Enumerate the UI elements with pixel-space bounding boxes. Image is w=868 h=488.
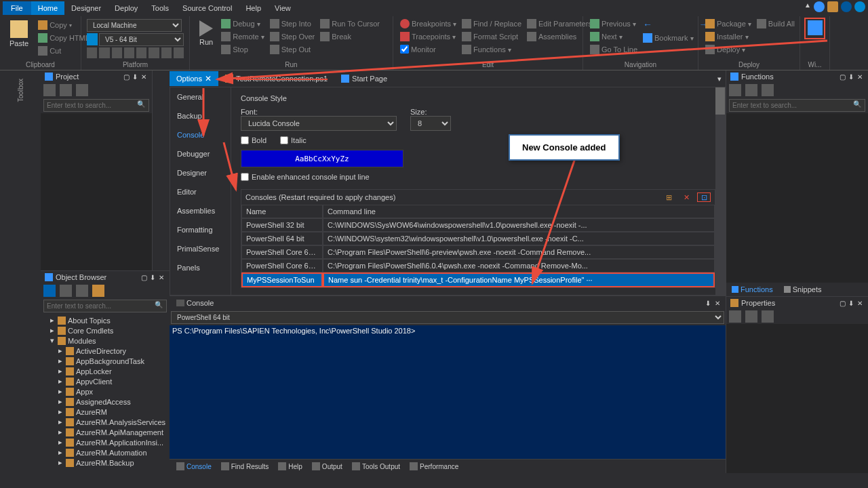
version-select[interactable]: V5 - 64 Bit: [99, 33, 184, 46]
bottom-tab[interactable]: Tools Output: [348, 461, 404, 472]
debug-button[interactable]: Debug ▾: [218, 18, 267, 30]
tree-node[interactable]: ▸AppvClient: [42, 376, 168, 386]
fn-tb-3[interactable]: [762, 84, 774, 96]
installer-button[interactable]: Installer ▾: [703, 30, 754, 43]
console-row-name[interactable]: MyPSSessionToSun: [241, 272, 323, 287]
close-icon[interactable]: ✕: [159, 274, 165, 281]
menu-designer[interactable]: Designer: [64, 1, 108, 15]
paste-button[interactable]: Paste: [4, 18, 34, 58]
tree-node[interactable]: ▸AzureRM.ApplicationInsi...: [42, 437, 168, 447]
ob-tb-4[interactable]: [92, 285, 104, 297]
tree-node[interactable]: ▸AzureRM.Backup: [42, 458, 168, 468]
bottom-tab[interactable]: Output: [308, 461, 347, 472]
optnav-primalsense[interactable]: PrimalSense: [170, 239, 231, 258]
remote-button[interactable]: Remote ▾: [218, 30, 267, 43]
menu-tools[interactable]: Tools: [144, 1, 176, 15]
pin-icon[interactable]: ⬇: [705, 300, 711, 307]
close-icon[interactable]: ✕: [715, 300, 720, 307]
find-replace-button[interactable]: Find / Replace: [459, 18, 524, 30]
app-icon-2[interactable]: [841, 1, 852, 12]
bookmark-button[interactable]: Bookmark ▾: [640, 32, 696, 44]
bottom-tab[interactable]: Performance: [406, 461, 462, 472]
bottom-tab[interactable]: Find Results: [217, 461, 273, 472]
pf-icon-6[interactable]: [149, 47, 159, 58]
console-row-cmd[interactable]: C:\Program Files\PowerShell\6-preview\pw…: [323, 245, 715, 259]
package-button[interactable]: Package ▾: [703, 18, 754, 30]
console-row-cmd[interactable]: Name sun -Credential trinity\max_t -Conf…: [323, 272, 715, 287]
add-console-icon[interactable]: ⊞: [662, 192, 675, 202]
console-row-name[interactable]: PowerShell 32 bit: [241, 218, 323, 232]
functions-tab[interactable]: Functions: [726, 283, 778, 296]
pin-icon[interactable]: ⬇: [848, 300, 855, 306]
prop-tb-1[interactable]: [729, 310, 741, 323]
format-script-button[interactable]: Format Script: [459, 30, 524, 43]
console-row-cmd[interactable]: C:\WINDOWS\SysWOW64\windowspowershell\v1…: [323, 218, 715, 232]
snippets-tab[interactable]: Snippets: [778, 283, 827, 296]
console-output[interactable]: PS C:\Program Files\SAPIEN Technologies,…: [170, 325, 726, 459]
run-button[interactable]: Run: [194, 18, 218, 56]
functions-button[interactable]: Functions ▾: [459, 43, 524, 56]
menu-home[interactable]: Home: [31, 1, 64, 15]
ob-tb-3[interactable]: [76, 285, 88, 297]
bottom-tab[interactable]: Console: [172, 461, 216, 472]
tree-node[interactable]: ▸ActiveDirectory: [42, 346, 168, 356]
deploy-button[interactable]: Deploy ▾: [703, 43, 754, 56]
tree-node[interactable]: ▸AzureRM.Automation: [42, 447, 168, 458]
tree-node[interactable]: ▸AppLocker: [42, 366, 168, 376]
stop-button[interactable]: Stop: [218, 43, 267, 56]
monitor-button[interactable]: Monitor: [397, 43, 459, 55]
italic-checkbox[interactable]: Italic: [280, 136, 307, 144]
tree-node[interactable]: ▸AzureRM.ApiManagement: [42, 427, 168, 437]
console-row-cmd[interactable]: C:\WINDOWS\system32\windowspowershell\v1…: [323, 232, 715, 245]
tree-node[interactable]: ▾Modules: [42, 336, 168, 346]
object-tree[interactable]: ▸About Topics▸Core Cmdlets▾Modules▸Activ…: [41, 314, 170, 473]
optnav-console[interactable]: Console: [170, 125, 231, 144]
previous-button[interactable]: Previous ▾: [587, 18, 640, 30]
console-selector[interactable]: PowerShell 64 bit: [171, 311, 724, 324]
pf-icon-8[interactable]: [174, 47, 184, 58]
optnav-backup[interactable]: Backup: [170, 106, 231, 125]
go-to-line-button[interactable]: Go To Line: [587, 43, 640, 56]
bold-checkbox[interactable]: Bold: [241, 136, 267, 144]
window-icon[interactable]: ▢: [840, 73, 846, 80]
prop-tb-2[interactable]: [745, 310, 757, 323]
run-to-cursor-button[interactable]: Run To Cursor: [317, 18, 382, 30]
breakpoints-button[interactable]: Breakpoints ▾: [397, 18, 459, 30]
tree-node[interactable]: ▸AzureRM: [42, 407, 168, 417]
close-icon[interactable]: ✕: [857, 300, 864, 306]
project-search[interactable]: [43, 99, 149, 112]
optnav-designer[interactable]: Designer: [170, 163, 231, 182]
close-icon[interactable]: ✕: [857, 73, 864, 80]
break-button[interactable]: Break: [317, 30, 382, 43]
menu-help[interactable]: Help: [239, 1, 268, 15]
app-icon-3[interactable]: [854, 1, 865, 12]
tree-node[interactable]: ▸AzureRM.AnalysisServices: [42, 417, 168, 427]
optnav-formatting[interactable]: Formatting: [170, 220, 231, 239]
close-icon[interactable]: ✕: [141, 73, 148, 80]
machine-select[interactable]: Local Machine: [87, 19, 182, 32]
optnav-editor[interactable]: Editor: [170, 182, 231, 201]
pf-icon-3[interactable]: [112, 47, 122, 58]
window-icon[interactable]: ▢: [840, 300, 846, 306]
console-tab[interactable]: Console: [172, 298, 218, 308]
close-icon[interactable]: ✕: [205, 74, 212, 83]
step-over-button[interactable]: Step Over: [267, 30, 318, 43]
fn-tb-2[interactable]: [745, 84, 757, 96]
edit-console-icon[interactable]: ⊡: [697, 192, 711, 202]
size-select[interactable]: 8: [410, 116, 451, 131]
console-row-cmd[interactable]: C:\Program Files\PowerShell\6.0.4\pwsh.e…: [323, 259, 715, 272]
window-icon[interactable]: ▢: [123, 73, 130, 80]
pin-icon[interactable]: ⬇: [150, 274, 157, 281]
pf-icon-2[interactable]: [99, 47, 109, 58]
optnav-general[interactable]: General: [170, 87, 231, 106]
tree-node[interactable]: ▸Appx: [42, 386, 168, 396]
menu-view[interactable]: View: [268, 1, 298, 15]
tab-options[interactable]: Options✕: [170, 71, 218, 86]
nav-back-button[interactable]: ←: [640, 18, 696, 31]
pf-icon-4[interactable]: [124, 47, 134, 58]
prop-tb-3[interactable]: [762, 310, 774, 323]
pf-icon-5[interactable]: [136, 47, 146, 58]
tracepoints-button[interactable]: Tracepoints ▾: [397, 30, 459, 43]
fn-tb-1[interactable]: [729, 84, 741, 96]
console-launch-button[interactable]: [804, 18, 825, 39]
